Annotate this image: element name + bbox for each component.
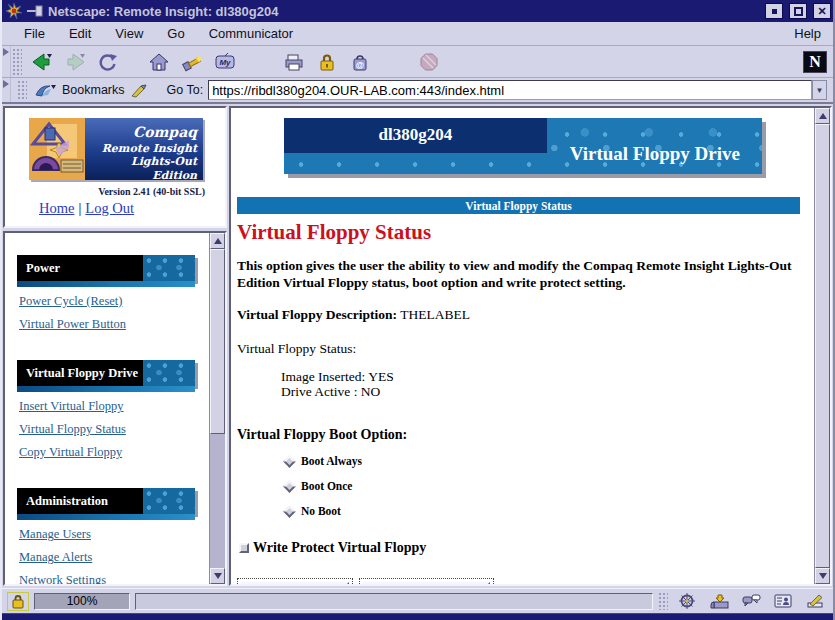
svg-text:My: My [219,58,231,67]
composer-component-button[interactable] [801,591,828,611]
nav-link-manage-alerts[interactable]: Manage Alerts [19,549,209,565]
no-boot-label[interactable]: No Boot [301,505,341,517]
compaq-logo: Compaq Remote Insight Lights-Out Edition [29,118,203,180]
my-netscape-button[interactable]: My [208,48,241,76]
stop-icon [419,52,439,72]
banner-page-title: Virtual Floppy Drive [570,143,740,165]
back-button[interactable] [25,48,58,76]
netscape-logo-icon[interactable]: N [803,51,827,73]
discussions-component-button[interactable] [737,591,764,611]
menu-view[interactable]: View [115,26,143,41]
menu-file[interactable]: File [24,26,45,41]
print-button[interactable] [277,48,310,76]
nav-link-manage-users[interactable]: Manage Users [19,526,209,542]
toolbar-grip[interactable] [12,48,22,75]
goto-label: Go To: [167,83,204,97]
url-input[interactable] [208,80,812,100]
submit-changes-button[interactable]: Submit Changes [241,582,349,584]
locationbar-grip[interactable] [17,80,27,100]
status-values: Image Inserted: YES Drive Active : NO [281,369,808,399]
close-button[interactable]: ✕ [813,3,831,19]
nav-link-network-settings[interactable]: Network Settings [19,572,209,584]
window-menu-icon[interactable] [6,3,22,19]
sidebar-scroll-thumb[interactable] [210,249,225,434]
window-bottom-frame [2,613,833,620]
home-link[interactable]: Home [39,200,74,216]
write-protect-row[interactable]: Write Protect Virtual Floppy [239,540,808,556]
sidebar-scroll-down-icon[interactable] [210,568,225,584]
frameset: Compaq Remote Insight Lights-Out Edition… [2,104,833,588]
reload-icon [98,52,118,72]
discussions-icon [741,593,761,609]
navigator-icon [678,592,696,610]
bookmarks-icon[interactable] [35,82,57,98]
forward-button[interactable] [58,48,91,76]
write-protect-label[interactable]: Write Protect Virtual Floppy [253,540,426,556]
shop-button[interactable]: @ [343,48,376,76]
search-button[interactable] [175,48,208,76]
svg-text:@: @ [355,59,363,69]
main-scroll-thumb[interactable] [815,124,830,568]
pin-icon[interactable] [27,5,43,17]
boot-option-always[interactable]: Boot Always [285,454,808,468]
boot-option-none[interactable]: No Boot [285,504,808,518]
reload-button[interactable] [91,48,124,76]
stop-button[interactable] [412,48,445,76]
nav-link-virtual-power-button[interactable]: Virtual Power Button [19,316,209,332]
home-button[interactable] [142,48,175,76]
nav-link-insert-virtual-floppy[interactable]: Insert Virtual Floppy [19,398,209,414]
navigator-component-button[interactable] [673,591,700,611]
page-proxy-icon[interactable] [130,82,148,98]
brand-name: Compaq [85,124,197,142]
description-label: Virtual Floppy Description: [237,307,397,322]
menu-help[interactable]: Help [794,26,821,41]
main-scroll-down-icon[interactable] [815,568,830,584]
window-title: Netscape: Remote Insight: dl380g204 [48,4,760,19]
image-inserted-value: Image Inserted: YES [281,369,808,384]
security-status-button[interactable] [7,592,29,611]
compaq-logo-image-icon [29,118,85,180]
boot-always-label[interactable]: Boot Always [301,455,362,467]
bookmarks-label[interactable]: Bookmarks [62,83,125,97]
boot-option-once[interactable]: Boot Once [285,479,808,493]
nav-section-administration: Administration [17,488,195,514]
server-name-block: dl380g204 [284,118,547,153]
toolbar-collapse-tab[interactable] [2,46,11,77]
mailbox-component-button[interactable] [705,591,732,611]
composer-icon [805,593,825,609]
menu-bar: File Edit View Go Communicator Help [2,22,833,46]
radio-no-boot-icon[interactable] [283,505,296,518]
sidebar-scrollbar[interactable] [209,233,225,584]
brand-edition: Lights-Out Edition [85,155,197,183]
search-icon [181,52,203,72]
sidebar-scroll-up-icon[interactable] [210,233,225,249]
maximize-button[interactable] [789,3,807,19]
address-book-component-button[interactable] [769,591,796,611]
radio-boot-always-icon[interactable] [283,455,296,468]
minimize-button[interactable] [765,3,783,19]
write-protect-checkbox[interactable] [239,543,249,553]
main-scroll-up-icon[interactable] [815,108,830,124]
menu-go[interactable]: Go [167,26,184,41]
url-dropdown-button[interactable]: ▼ [812,80,827,100]
boot-once-label[interactable]: Boot Once [301,480,352,492]
radio-boot-once-icon[interactable] [283,480,296,493]
locationbar-collapse-tab[interactable] [2,78,11,102]
nav-link-power-cycle[interactable]: Power Cycle (Reset) [19,293,209,309]
sidebar-nav: Power Power Cycle (Reset) Virtual Power … [5,233,209,584]
component-bar-grip[interactable] [658,592,668,610]
menu-edit[interactable]: Edit [69,26,91,41]
nav-section-virtual-floppy: Virtual Floppy Drive [17,360,195,386]
brand-product: Remote Insight [85,142,197,156]
logout-link[interactable]: Log Out [85,200,134,216]
intro-text: This option gives the user the ability t… [237,257,814,291]
main-scrollbar[interactable] [814,108,830,584]
description-value: THELABEL [400,307,470,322]
menu-communicator[interactable]: Communicator [209,26,294,41]
section-title-bar: Virtual Floppy Status [237,197,800,214]
nav-link-virtual-floppy-status[interactable]: Virtual Floppy Status [19,421,209,437]
security-button[interactable] [310,48,343,76]
address-book-icon [773,593,793,609]
nav-link-copy-virtual-floppy[interactable]: Copy Virtual Floppy [19,444,209,460]
eject-virtual-floppy-button[interactable]: Eject Virtual Floppy [363,582,491,584]
